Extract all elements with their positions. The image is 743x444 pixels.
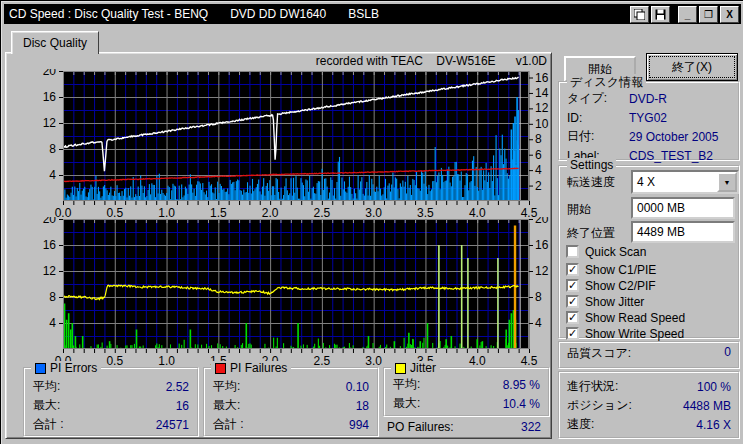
maximize-button[interactable]: ❐ [699, 6, 718, 23]
po-failures-value: 322 [521, 420, 541, 434]
svg-text:1.5: 1.5 [210, 206, 227, 217]
svg-text:20: 20 [43, 69, 57, 78]
svg-text:12: 12 [535, 101, 549, 115]
svg-text:12: 12 [43, 116, 57, 130]
checkbox-label: Show Jitter [585, 295, 644, 309]
speed-label: 転送速度 [567, 174, 615, 191]
progress-box: 進行状況:100 %ポジション:4488 MB速度:4.16 X [558, 371, 740, 439]
svg-text:1.0: 1.0 [158, 354, 175, 365]
po-failures-row: PO Failures: 322 [387, 420, 541, 434]
svg-text:4.5: 4.5 [521, 206, 538, 217]
checkbox-icon[interactable] [566, 245, 579, 258]
start-position-input[interactable]: 0000 MB [631, 197, 735, 219]
checkbox-quick-scan[interactable]: Quick Scan [566, 244, 646, 259]
svg-text:8: 8 [49, 290, 56, 304]
close-button[interactable]: X [720, 6, 739, 23]
checkbox-label: Show Read Speed [585, 311, 685, 325]
stat-row: 最大:16 [33, 396, 189, 415]
stat-row: 日付:29 October 2005 [567, 127, 732, 146]
checkbox-icon[interactable]: ✓ [566, 311, 579, 324]
stat-row: 進行状況:100 % [567, 377, 731, 396]
svg-text:4.0: 4.0 [469, 354, 486, 365]
svg-text:2: 2 [535, 179, 542, 193]
exit-button[interactable]: 終了(X) [646, 53, 738, 81]
checkbox-show-c1-pie[interactable]: ✓Show C1/PIE [566, 262, 656, 277]
disc-info-group: ディスク情報 タイプ:DVD-RID:TYG02日付:29 October 20… [558, 81, 740, 161]
jitter-legend: Jitter [391, 361, 440, 375]
svg-text:12: 12 [535, 264, 549, 278]
save-icon[interactable] [651, 6, 670, 23]
po-failures-label: PO Failures: [387, 420, 454, 434]
svg-text:6: 6 [535, 148, 542, 162]
svg-text:14: 14 [535, 86, 549, 100]
svg-text:3.0: 3.0 [365, 206, 382, 217]
svg-text:0.5: 0.5 [106, 206, 123, 217]
checkbox-icon[interactable]: ✓ [566, 263, 579, 276]
svg-text:4.0: 4.0 [469, 206, 486, 217]
svg-text:0.5: 0.5 [106, 354, 123, 365]
minimize-button[interactable]: _ [678, 6, 697, 23]
pi-failures-legend: PI Failures [211, 361, 291, 375]
stat-row: 平均:2.52 [33, 377, 189, 396]
svg-text:2.5: 2.5 [314, 206, 331, 217]
jitter-color-chip [395, 363, 406, 374]
checkbox-icon[interactable]: ✓ [566, 295, 579, 308]
title-bar: CD Speed : Disc Quality Test - BENQDVD D… [4, 4, 741, 24]
svg-text:16: 16 [43, 90, 57, 104]
svg-text:4: 4 [49, 316, 56, 330]
speed-select[interactable]: 4 X ▼ [631, 170, 739, 194]
svg-text:3.0: 3.0 [365, 354, 382, 365]
quality-score-label: 品質スコア: [567, 345, 631, 362]
checkbox-icon[interactable]: ✓ [566, 279, 579, 292]
tab-label: Disc Quality [23, 36, 87, 50]
pi-errors-color-chip [35, 363, 46, 374]
pi-failures-color-chip [215, 363, 226, 374]
svg-text:2.5: 2.5 [314, 354, 331, 365]
stat-row: 合計 :994 [213, 415, 369, 434]
end-position-label: 終了位置 [567, 225, 615, 242]
svg-text:16: 16 [535, 71, 549, 85]
jitter-panel: Jitter 平均:8.95 %最大:10.4 % [383, 367, 550, 417]
copy-chart-icon[interactable] [630, 6, 649, 23]
end-position-input[interactable]: 4489 MB [631, 221, 735, 243]
stat-row: ポジション:4488 MB [567, 396, 731, 415]
stat-row: 合計 :24571 [33, 415, 189, 434]
pi-errors-legend: PI Errors [31, 361, 101, 375]
svg-text:16: 16 [43, 238, 57, 252]
checkbox-show-read-speed[interactable]: ✓Show Read Speed [566, 310, 685, 325]
stat-row: 平均:0.10 [213, 377, 369, 396]
window-title: CD Speed : Disc Quality Test - BENQDVD D… [4, 7, 379, 21]
checkbox-show-write-speed[interactable]: ✓Show Write Speed [566, 326, 684, 341]
checkbox-icon[interactable]: ✓ [566, 327, 579, 340]
pi-errors-panel: PI Errors 平均:2.52最大:16合計 :24571 [23, 367, 199, 437]
stat-row: 最大:10.4 % [393, 394, 540, 413]
svg-text:10: 10 [535, 117, 549, 131]
svg-text:20: 20 [43, 217, 57, 226]
start-position-label: 開始 [567, 201, 591, 218]
stat-row: 最大:18 [213, 396, 369, 415]
recorded-with-text: recorded with TEAC DV-W516E v1.0D [251, 54, 547, 68]
svg-text:2.0: 2.0 [262, 206, 279, 217]
checkbox-show-jitter[interactable]: ✓Show Jitter [566, 294, 644, 309]
svg-text:20: 20 [535, 217, 549, 226]
app-window: CD Speed : Disc Quality Test - BENQDVD D… [0, 0, 743, 444]
svg-text:0.0: 0.0 [55, 206, 72, 217]
checkbox-show-c2-pif[interactable]: ✓Show C2/PIF [566, 278, 656, 293]
svg-text:4.5: 4.5 [521, 354, 538, 365]
speed-value: 4 X [637, 175, 655, 189]
svg-text:12: 12 [43, 264, 57, 278]
tab-disc-quality[interactable]: Disc Quality [11, 31, 99, 54]
checkbox-label: Show C1/PIE [585, 263, 656, 277]
svg-text:16: 16 [535, 238, 549, 252]
svg-text:8: 8 [535, 132, 542, 146]
pi-errors-speed-chart: 481216202468101214160.00.51.01.52.02.53.… [9, 69, 554, 217]
chevron-down-icon[interactable]: ▼ [717, 172, 737, 192]
stat-row: タイプ:DVD-R [567, 89, 732, 108]
svg-text:3.5: 3.5 [417, 206, 434, 217]
pi-failures-jitter-chart: 48121620481216200.00.51.01.52.02.53.03.5… [9, 217, 554, 365]
pi-failures-panel: PI Failures 平均:0.10最大:18合計 :994 [203, 367, 379, 437]
checkbox-label: Show Write Speed [585, 327, 684, 341]
stat-row: ID:TYG02 [567, 108, 732, 127]
quality-score-box: 品質スコア: 0 [558, 341, 740, 369]
svg-text:8: 8 [535, 290, 542, 304]
